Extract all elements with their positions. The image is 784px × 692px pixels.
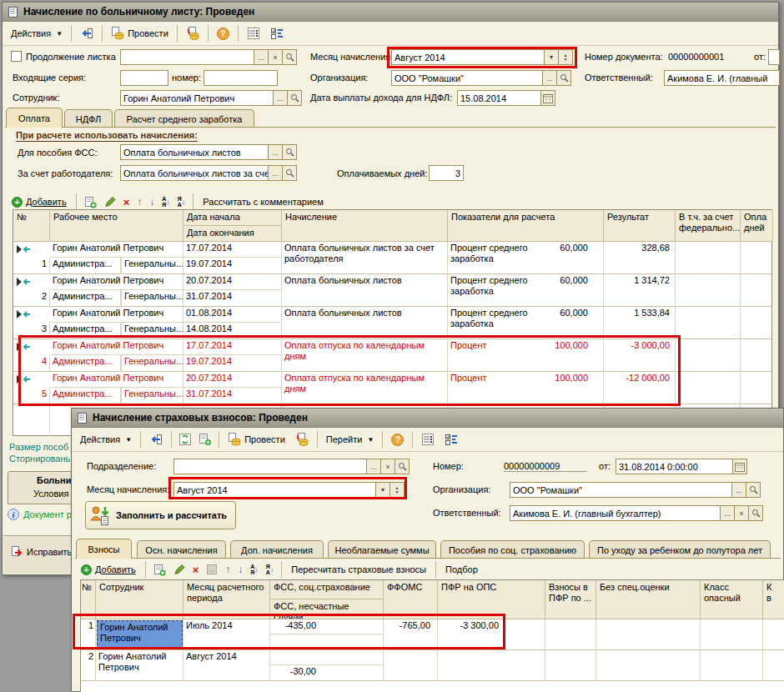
- tab-ndfl[interactable]: НДФЛ: [64, 109, 113, 128]
- continuation-field[interactable]: ... ×: [120, 49, 297, 65]
- delete-row-button[interactable]: ×: [190, 562, 202, 578]
- spin-buttons[interactable]: ▲▼: [390, 482, 405, 498]
- org-field[interactable]: ООО "Ромашки" ...: [510, 482, 761, 498]
- clear-button[interactable]: ×: [735, 505, 749, 521]
- fill-and-calc-button[interactable]: Заполнить и рассчитать: [85, 501, 236, 529]
- move-up-button[interactable]: ↑: [223, 562, 233, 577]
- resp-value[interactable]: Акимова Е. И. (главный: [664, 70, 780, 86]
- tab-extra-accruals[interactable]: Доп. начисления: [230, 540, 324, 559]
- post-close-button[interactable]: [291, 430, 313, 449]
- calendar-icon[interactable]: [541, 90, 555, 106]
- goto-menu-button[interactable]: Перейти▼: [322, 432, 379, 447]
- search-icon[interactable]: [749, 505, 763, 521]
- clear-button[interactable]: ×: [269, 49, 283, 65]
- actions-menu-button[interactable]: Действия▼: [76, 432, 136, 447]
- tab-nontaxable[interactable]: Необлагаемые суммы: [328, 540, 436, 559]
- org-field[interactable]: ООО "Ромашки" ...: [391, 70, 571, 86]
- fss-value[interactable]: Оплата больничных листов: [120, 144, 269, 160]
- copy-doc-button[interactable]: [196, 431, 214, 448]
- calendar-icon[interactable]: [733, 459, 747, 474]
- docnum-value[interactable]: 00000000001: [668, 52, 724, 62]
- table-row-storno[interactable]: 5 Горин Анатолий Петрович Администра... …: [13, 372, 771, 404]
- copy-row-button[interactable]: [82, 194, 99, 210]
- refresh-button[interactable]: [176, 431, 194, 448]
- tab-social-benefits[interactable]: Пособия по соц. страхованию: [440, 540, 585, 559]
- continuation-checkbox[interactable]: [11, 51, 22, 62]
- doc-date-value[interactable]: 31.08.2014 0:00:00: [616, 459, 733, 474]
- table-row[interactable]: 2 Горин Анатолий Петрович Август 2014 -3…: [81, 650, 784, 681]
- table-row[interactable]: 1 Горин Анатолий Петрович Июль 2014 -435…: [81, 619, 784, 650]
- division-value[interactable]: [173, 459, 367, 474]
- window1-titlebar[interactable]: Начисление по больничному листу: Проведе…: [3, 3, 778, 22]
- recalc-contributions-button[interactable]: Пересчитать страховые взносы: [287, 562, 430, 577]
- move-down-button[interactable]: ↓: [235, 562, 245, 577]
- ndfl-date-field[interactable]: 15.08.2014: [457, 90, 555, 106]
- choose-button[interactable]: ...: [269, 144, 283, 160]
- month-field[interactable]: Август 2014 ▼ ▲▼: [391, 49, 573, 65]
- add-row-button[interactable]: +Добавить: [8, 194, 71, 210]
- month-value[interactable]: Август 2014: [173, 482, 376, 498]
- series-field[interactable]: [120, 70, 168, 86]
- spin-buttons[interactable]: ▲▼: [559, 49, 573, 65]
- fss-field[interactable]: Оплата больничных листов ...: [120, 144, 297, 160]
- post-button[interactable]: Провести: [107, 24, 173, 43]
- org-value[interactable]: ООО "Ромашки": [391, 70, 543, 86]
- search-icon[interactable]: [557, 70, 571, 86]
- division-field[interactable]: ... ×: [173, 459, 410, 474]
- list-settings-button[interactable]: [243, 24, 264, 43]
- choose-button[interactable]: ...: [274, 90, 288, 106]
- search-icon[interactable]: [395, 459, 410, 474]
- sort-asc-button[interactable]: АЯ↓: [248, 562, 261, 577]
- month-field[interactable]: Август 2014 ▼ ▲▼: [173, 482, 405, 498]
- calc-with-comment-button[interactable]: Рассчитать с комментарием: [199, 194, 327, 209]
- end-edit-button-disabled[interactable]: [204, 562, 220, 577]
- save-close-button[interactable]: [145, 430, 167, 449]
- employer-field[interactable]: Оплата больничных листов за счет рабо ..…: [120, 165, 297, 181]
- tab-avg-earnings[interactable]: Расчет среднего заработка: [114, 109, 254, 128]
- paid-days-field[interactable]: 3: [429, 165, 464, 181]
- choose-button[interactable]: ...: [367, 459, 381, 474]
- resp-field[interactable]: Акимова Е. И. (главный бухгалтер) ... ×: [510, 505, 763, 521]
- paid-days-value[interactable]: 3: [429, 165, 464, 181]
- search-icon[interactable]: [283, 144, 297, 160]
- table-row-storno[interactable]: 4 Горин Анатолий Петрович Администра... …: [13, 339, 771, 372]
- storno-link[interactable]: Сторнировань: [9, 454, 70, 464]
- employer-value[interactable]: Оплата больничных листов за счет рабо: [120, 165, 269, 181]
- table-row[interactable]: 2 Горин Анатолий Петрович Администра... …: [13, 274, 771, 307]
- choose-button[interactable]: ...: [721, 505, 735, 521]
- benefit-size-link[interactable]: Размер пособ: [9, 442, 68, 452]
- move-up-button[interactable]: ↑: [134, 194, 144, 209]
- tab-contributions[interactable]: Взносы: [76, 539, 132, 559]
- tab-main-accruals[interactable]: Осн. начисления: [137, 540, 226, 559]
- employee-field[interactable]: Горин Анатолий Петрович ...: [120, 90, 302, 106]
- help-button[interactable]: ?: [387, 431, 408, 449]
- dropdown-button[interactable]: ▼: [545, 49, 559, 65]
- tab-child-care[interactable]: По уходу за ребенком до полутора лет: [589, 540, 771, 559]
- list-settings-button[interactable]: [417, 430, 439, 449]
- clear-button[interactable]: ×: [381, 459, 395, 474]
- sort-desc-button[interactable]: ЯА↓: [175, 194, 188, 209]
- actions-menu-button[interactable]: Действия▼: [7, 26, 67, 41]
- choose-button[interactable]: ...: [269, 165, 283, 181]
- post-button[interactable]: Провести: [224, 430, 289, 449]
- search-icon[interactable]: [288, 90, 302, 106]
- table-row[interactable]: 1 Горин Анатолий Петрович Администра... …: [13, 242, 771, 274]
- edit-row-button[interactable]: [171, 562, 188, 577]
- employee-value[interactable]: Горин Анатолий Петрович: [120, 90, 274, 106]
- delete-row-button[interactable]: ×: [121, 194, 133, 210]
- date-field-cut[interactable]: [768, 49, 780, 65]
- resp-field[interactable]: Акимова Е. И. (главный: [664, 70, 780, 86]
- ndfl-date-value[interactable]: 15.08.2014: [457, 90, 541, 106]
- edit-row-button[interactable]: [102, 194, 118, 209]
- fix-button[interactable]: Исправить: [7, 543, 76, 560]
- number-field[interactable]: [204, 70, 278, 86]
- choose-button[interactable]: ...: [732, 482, 746, 498]
- sort-asc-button[interactable]: АЯ↓: [159, 194, 173, 209]
- resp-value[interactable]: Акимова Е. И. (главный бухгалтер): [510, 505, 721, 521]
- table-row[interactable]: 3 Горин Анатолий Петрович Администра... …: [13, 307, 771, 339]
- panel-settings-button[interactable]: [266, 24, 288, 43]
- selected-cell-employee[interactable]: Горин Анатолий Петрович: [97, 620, 183, 649]
- pick-button[interactable]: Подбор: [441, 562, 482, 577]
- window2-titlebar[interactable]: Начисление страховых взносов: Проведен: [72, 409, 783, 428]
- choose-button[interactable]: ...: [254, 49, 269, 65]
